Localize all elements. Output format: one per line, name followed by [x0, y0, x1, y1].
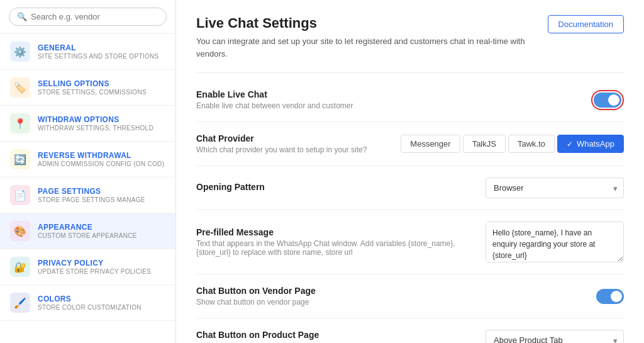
withdraw-text: WITHDRAW OPTIONS WITHDRAW SETTINGS, THRE…	[38, 115, 153, 132]
privacy-text: PRIVACY POLICY UPDATE STORE PRIVACY POLI…	[38, 259, 151, 275]
sidebar-item-page[interactable]: 📄 PAGE SETTINGS STORE PAGE SETTINGS MANA…	[0, 177, 175, 213]
provider-buttons: Messenger TalkJS Tawk.to ✓ WhatsApp	[401, 135, 624, 153]
chat-provider-control: Messenger TalkJS Tawk.to ✓ WhatsApp	[401, 135, 624, 153]
provider-whatsapp[interactable]: ✓ WhatsApp	[557, 135, 624, 153]
vendor-toggle-slider	[596, 289, 624, 304]
page-title: Live Chat Settings	[196, 15, 548, 31]
header-text: Live Chat Settings You can integrate and…	[196, 15, 548, 60]
selling-text: SELLING OPTIONS STORE SETTINGS, COMMISSI…	[38, 79, 147, 96]
sidebar-item-selling[interactable]: 🏷️ SELLING OPTIONS STORE SETTINGS, COMMI…	[0, 70, 175, 106]
privacy-icon: 🔐	[10, 257, 30, 277]
page-desc: You can integrate and set up your site t…	[196, 35, 548, 60]
opening-pattern-select-wrap: Browser Popup Tab	[486, 177, 624, 198]
withdraw-icon: 📍	[10, 113, 30, 133]
chat-provider-label: Chat Provider Which chat provider you wa…	[196, 133, 401, 154]
sidebar-item-privacy[interactable]: 🔐 PRIVACY POLICY UPDATE STORE PRIVACY PO…	[0, 249, 175, 285]
reverse-text: REVERSE WITHDRAWAL ADMIN COMMISSION CONF…	[38, 151, 164, 167]
toggle-slider	[594, 93, 621, 108]
prefilled-message-textarea[interactable]: Hello {store_name}, I have an enquiry re…	[486, 222, 624, 262]
chat-product-row: Chat Button on Product Page Show chat bu…	[196, 318, 624, 343]
appearance-icon: 🎨	[10, 221, 30, 241]
chat-vendor-label: Chat Button on Vendor Page Show chat but…	[196, 286, 486, 306]
chat-provider-row: Chat Provider Which chat provider you wa…	[196, 122, 624, 166]
documentation-button[interactable]: Documentation	[548, 15, 624, 33]
header-divider	[196, 72, 624, 73]
search-icon: 🔍	[17, 12, 27, 21]
prefilled-message-label: Pre-filled Message Text that appears in …	[196, 227, 486, 257]
check-icon: ✓	[567, 140, 573, 149]
opening-pattern-row: Opening Pattern Browser Popup Tab	[196, 166, 624, 210]
opening-pattern-label: Opening Pattern	[196, 182, 486, 194]
chat-product-control: Above Product Tab Below Product Tab Abov…	[486, 330, 624, 343]
main-content: Live Chat Settings You can integrate and…	[176, 0, 644, 343]
chat-vendor-row: Chat Button on Vendor Page Show chat but…	[196, 274, 624, 318]
provider-talkjs[interactable]: TalkJS	[463, 135, 506, 153]
chat-product-select-wrap: Above Product Tab Below Product Tab Abov…	[486, 330, 624, 343]
opening-pattern-control: Browser Popup Tab	[486, 177, 624, 198]
prefilled-message-row: Pre-filled Message Text that appears in …	[196, 210, 624, 274]
general-text: GENERAL SITE SETTINGS AND STORE OPTIONS	[38, 43, 158, 60]
provider-messenger[interactable]: Messenger	[401, 135, 460, 153]
search-box: 🔍	[0, 0, 175, 34]
enable-live-chat-row: Enable Live Chat Enable live chat betwee…	[196, 78, 624, 122]
prefilled-message-control: Hello {store_name}, I have an enquiry re…	[486, 222, 624, 262]
enable-live-chat-label: Enable Live Chat Enable live chat betwee…	[196, 89, 486, 110]
sidebar-item-general[interactable]: ⚙️ GENERAL SITE SETTINGS AND STORE OPTIO…	[0, 34, 175, 70]
chat-vendor-toggle[interactable]	[596, 289, 624, 304]
sidebar-item-colors[interactable]: 🖌️ COLORS STORE COLOR CUSTOMIZATION	[0, 285, 175, 321]
sidebar: 🔍 ⚙️ GENERAL SITE SETTINGS AND STORE OPT…	[0, 0, 176, 343]
enable-live-chat-toggle[interactable]	[594, 93, 621, 108]
colors-icon: 🖌️	[10, 293, 30, 313]
appearance-text: APPEARANCE CUSTOM STORE APPEARANCE	[38, 223, 137, 239]
enable-live-chat-toggle-wrap	[591, 90, 624, 110]
provider-tawkto[interactable]: Tawk.to	[508, 135, 555, 153]
sidebar-item-reverse[interactable]: 🔄 REVERSE WITHDRAWAL ADMIN COMMISSION CO…	[0, 142, 175, 177]
page-header: Live Chat Settings You can integrate and…	[196, 15, 624, 60]
chat-product-label: Chat Button on Product Page Show chat bu…	[196, 330, 486, 343]
nav-menu: ⚙️ GENERAL SITE SETTINGS AND STORE OPTIO…	[0, 34, 175, 321]
search-input[interactable]	[31, 12, 158, 21]
page-text: PAGE SETTINGS STORE PAGE SETTINGS MANAGE	[38, 187, 145, 203]
colors-text: COLORS STORE COLOR CUSTOMIZATION	[38, 295, 142, 311]
chat-product-select[interactable]: Above Product Tab Below Product Tab Abov…	[486, 330, 624, 343]
selling-icon: 🏷️	[10, 77, 30, 98]
enable-live-chat-control	[486, 90, 624, 110]
sidebar-item-withdraw[interactable]: 📍 WITHDRAW OPTIONS WITHDRAW SETTINGS, TH…	[0, 106, 175, 142]
sidebar-item-appearance[interactable]: 🎨 APPEARANCE CUSTOM STORE APPEARANCE	[0, 213, 175, 249]
opening-pattern-select[interactable]: Browser Popup Tab	[486, 177, 624, 198]
chat-vendor-control	[486, 289, 624, 304]
general-icon: ⚙️	[10, 42, 30, 62]
search-wrap[interactable]: 🔍	[9, 8, 167, 26]
page-icon: 📄	[10, 185, 30, 205]
reverse-icon: 🔄	[10, 149, 30, 169]
